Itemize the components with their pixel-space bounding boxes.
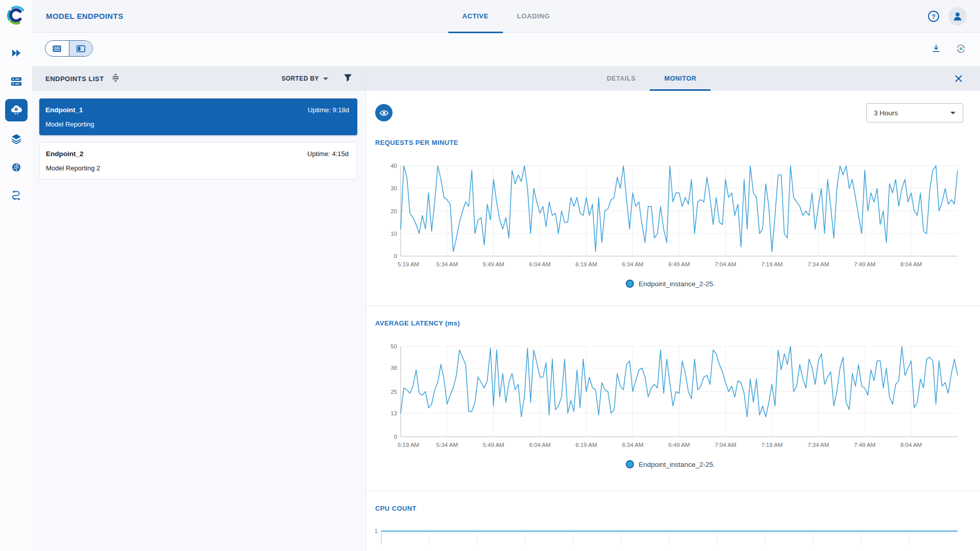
double-chevron-right-icon <box>10 47 22 59</box>
cloud-gear-icon <box>10 104 23 117</box>
sorted-by-dropdown[interactable]: SORTED BY <box>281 75 328 82</box>
chart-title-latency: AVERAGE LATENCY (ms) <box>375 319 966 327</box>
endpoint-card-2[interactable]: Endpoint_2 Uptime: 4:15d Model Reporting… <box>39 142 357 180</box>
user-avatar[interactable] <box>948 7 967 26</box>
svg-text:40: 40 <box>390 163 397 169</box>
endpoints-list-title: ENDPOINTS LIST <box>45 75 104 83</box>
filter-icon <box>344 73 352 82</box>
svg-text:5:19 AM: 5:19 AM <box>398 261 419 267</box>
chevron-down-icon <box>323 78 328 80</box>
sidebar-item-pipelines[interactable] <box>5 185 28 207</box>
top-header: MODEL ENDPOINTS ACTIVE LOADING ? <box>32 0 980 33</box>
svg-text:1: 1 <box>375 528 378 534</box>
endpoint-uptime: Uptime: 9:18d <box>308 106 349 114</box>
layers-icon <box>10 133 22 145</box>
endpoint-description: Model Reporting 2 <box>46 164 349 172</box>
cloudera-logo[interactable] <box>5 4 28 27</box>
endpoint-name: Endpoint_1 <box>45 106 83 114</box>
svg-text:6:19 AM: 6:19 AM <box>576 442 597 448</box>
time-range-value: 3 Hours <box>874 109 898 117</box>
svg-text:6:04 AM: 6:04 AM <box>529 442 551 448</box>
svg-text:8:04 AM: 8:04 AM <box>900 442 922 448</box>
close-panel-button[interactable] <box>953 73 964 84</box>
legend-marker <box>626 280 634 288</box>
split-view-icon <box>76 44 86 54</box>
svg-text:7:34 AM: 7:34 AM <box>807 442 829 448</box>
sidebar-item-workbenches[interactable] <box>5 70 28 93</box>
left-nav-rail <box>0 0 32 551</box>
svg-text:25: 25 <box>390 389 397 395</box>
sidebar-item-ai-models[interactable] <box>5 156 28 179</box>
help-icon: ? <box>927 10 940 23</box>
svg-text:38: 38 <box>390 365 397 371</box>
visibility-toggle-button[interactable] <box>375 104 393 121</box>
chart-legend: Endpoint_instance_2-25. <box>375 459 966 469</box>
sorted-by-label: SORTED BY <box>281 75 319 82</box>
endpoint-name: Endpoint_2 <box>46 150 84 158</box>
sort-order-icon[interactable] <box>111 73 120 84</box>
svg-text:7:49 AM: 7:49 AM <box>854 261 875 267</box>
svg-text:7:04 AM: 7:04 AM <box>715 261 736 267</box>
chart-legend: Endpoint_instance_2-25. <box>375 279 966 289</box>
svg-text:0: 0 <box>394 434 397 440</box>
endpoint-description: Model Reporting <box>45 120 349 128</box>
legend-label: Endpoint_instance_2-25. <box>639 280 715 288</box>
svg-text:8:04 AM: 8:04 AM <box>900 261 922 267</box>
split-view-button[interactable] <box>69 41 92 56</box>
svg-text:7:04 AM: 7:04 AM <box>715 442 736 448</box>
svg-text:30: 30 <box>390 185 397 191</box>
average-latency-chart: 0132538505:19 AM5:34 AM5:49 AM6:04 AM6:1… <box>375 341 966 452</box>
user-icon <box>952 11 963 22</box>
svg-text:6:19 AM: 6:19 AM <box>576 261 597 267</box>
legend-label: Endpoint_instance_2-25. <box>639 461 715 468</box>
list-view-icon <box>52 44 62 54</box>
endpoints-list-panel: ENDPOINTS LIST SORTED BY <box>32 66 366 551</box>
requests-per-minute-chart: 0102030405:19 AM5:34 AM5:49 AM6:04 AM6:1… <box>375 161 966 271</box>
chevron-down-icon <box>950 112 955 114</box>
brain-icon <box>10 161 22 173</box>
svg-text:6:04 AM: 6:04 AM <box>529 261 551 267</box>
svg-text:7:19 AM: 7:19 AM <box>761 261 782 267</box>
svg-text:10: 10 <box>390 231 397 237</box>
cpu-count-chart: 1 <box>375 528 966 544</box>
page-title: MODEL ENDPOINTS <box>46 12 124 20</box>
svg-text:7:34 AM: 7:34 AM <box>807 261 829 267</box>
svg-text:?: ? <box>932 13 935 20</box>
tab-active[interactable]: ACTIVE <box>448 0 503 33</box>
svg-text:6:49 AM: 6:49 AM <box>668 261 690 267</box>
svg-text:13: 13 <box>390 410 397 416</box>
filter-button[interactable] <box>344 73 352 84</box>
list-view-button[interactable] <box>45 41 69 56</box>
pipeline-icon <box>10 190 22 202</box>
sidebar-item-expand[interactable] <box>5 42 28 64</box>
svg-text:6:34 AM: 6:34 AM <box>622 442 643 448</box>
chart-title-cpu: CPU COUNT <box>375 505 966 512</box>
endpoint-uptime: Uptime: 4:15d <box>307 150 349 158</box>
svg-text:0: 0 <box>394 253 397 259</box>
svg-text:5:49 AM: 5:49 AM <box>483 442 504 448</box>
header-tabs: ACTIVE LOADING <box>448 0 564 33</box>
time-range-select[interactable]: 3 Hours <box>866 103 963 122</box>
svg-text:5:49 AM: 5:49 AM <box>483 261 504 267</box>
monitor-panel-tabs: DETAILS MONITOR <box>366 66 959 91</box>
monitor-panel: DETAILS MONITOR 3 Hours <box>366 66 980 551</box>
auto-refresh-pause-button[interactable] <box>955 43 967 57</box>
endpoint-card-1[interactable]: Endpoint_1 Uptime: 9:18d Model Reporting <box>39 98 357 135</box>
toolbar <box>32 33 980 66</box>
chart-title-requests: REQUESTS PER MINUTE <box>375 139 966 146</box>
servers-icon <box>10 76 22 88</box>
help-button[interactable]: ? <box>927 10 940 23</box>
view-mode-toggle <box>45 40 93 57</box>
sidebar-item-model-endpoints[interactable] <box>5 99 28 121</box>
eye-icon <box>379 108 389 118</box>
close-icon <box>953 73 964 84</box>
tab-loading[interactable]: LOADING <box>503 0 564 33</box>
download-button[interactable] <box>930 43 942 56</box>
svg-text:5:34 AM: 5:34 AM <box>436 261 458 267</box>
svg-text:6:34 AM: 6:34 AM <box>622 261 643 267</box>
svg-text:6:49 AM: 6:49 AM <box>668 442 690 448</box>
tab-monitor[interactable]: MONITOR <box>650 66 710 91</box>
download-icon <box>930 43 942 54</box>
tab-details[interactable]: DETAILS <box>593 66 650 91</box>
sidebar-item-datasets[interactable] <box>5 128 28 150</box>
